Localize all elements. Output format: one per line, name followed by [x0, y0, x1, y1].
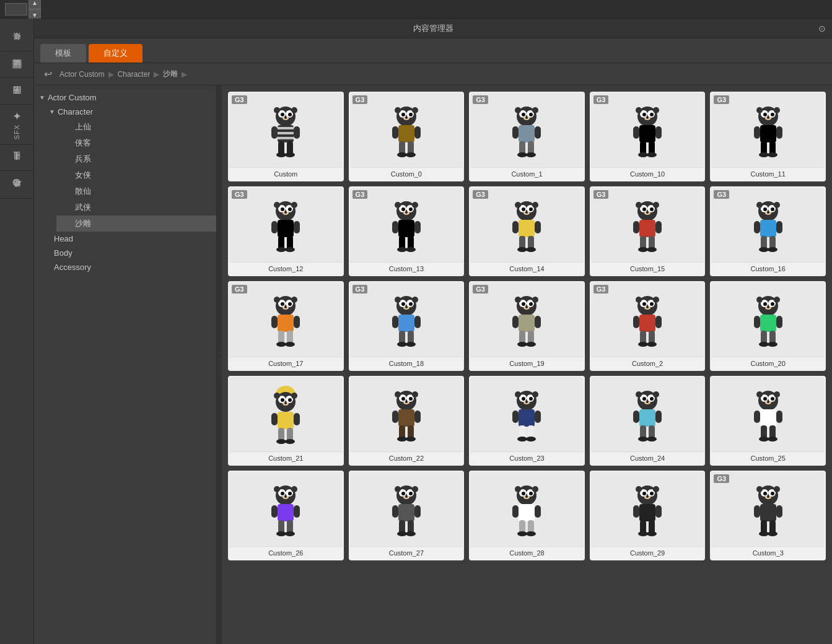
g3-badge: G3: [232, 95, 247, 104]
breadcrumb-sep-2: ▶: [154, 70, 159, 79]
svg-rect-318: [760, 409, 776, 427]
frame-input[interactable]: 1: [5, 3, 27, 15]
svg-point-347: [405, 495, 408, 498]
tab-template[interactable]: 模板: [40, 44, 86, 63]
tree-leaf-shangxian[interactable]: 上仙: [56, 119, 216, 135]
svg-point-70: [763, 113, 767, 116]
svg-rect-78: [776, 126, 782, 139]
svg-point-106: [395, 202, 401, 208]
grid-item[interactable]: Custom_28: [469, 471, 585, 560]
svg-point-345: [409, 492, 413, 495]
grid-item[interactable]: G3 Custom_11: [710, 92, 826, 181]
svg-point-54: [642, 113, 646, 116]
sidebar-item-animation[interactable]: ⟳ 弹性动作: [0, 171, 33, 199]
tree-leaf-xiake[interactable]: 侠客: [56, 135, 216, 151]
svg-rect-204: [519, 315, 535, 332]
grid-item[interactable]: Custom_26: [228, 471, 344, 560]
grid-item-label: Custom_0: [350, 167, 463, 180]
sidebar-label-animation: 弹性动作: [12, 191, 22, 193]
grid-item[interactable]: G3 Custom_12: [228, 186, 344, 276]
grid-item[interactable]: Custom_29: [590, 471, 706, 560]
svg-rect-92: [278, 220, 294, 237]
svg-point-372: [526, 531, 536, 536]
svg-point-252: [274, 393, 280, 399]
sidebar-item-scene[interactable]: ⊞ 场景: [0, 78, 33, 105]
grid-item-image: [711, 377, 825, 451]
tree-leaf-bingxi[interactable]: 兵系: [56, 151, 216, 167]
grid-item[interactable]: G3 Custom: [228, 92, 344, 181]
sidebar-item-caption[interactable]: T 题词: [0, 145, 33, 171]
grid-item-image: [229, 472, 343, 546]
grid-item[interactable]: G3 Custom_3: [710, 471, 826, 560]
grid-item[interactable]: G3 Custom_16: [710, 186, 826, 276]
breadcrumb-item-character[interactable]: Character: [118, 70, 151, 79]
grid-item-image: G3: [591, 282, 704, 357]
svg-point-299: [646, 401, 649, 403]
tree-item-character[interactable]: ▼ Character: [44, 105, 216, 119]
grid-item[interactable]: G3 Custom_17: [228, 281, 344, 371]
grid-item[interactable]: G3 Custom_10: [590, 92, 706, 181]
sidebar-item-sfx[interactable]: ✦ SFX: [0, 105, 33, 145]
spinner-up[interactable]: ▲: [28, 0, 41, 9]
breadcrumb-sep-3: ▶: [182, 70, 187, 79]
svg-point-253: [291, 393, 297, 399]
grid-item[interactable]: G3 Custom_15: [590, 186, 706, 276]
svg-rect-271: [392, 411, 398, 423]
svg-rect-270: [398, 409, 414, 427]
toggle-icon-char: ▼: [49, 108, 55, 115]
grid-item-label: Custom_25: [711, 451, 825, 464]
tree-leaf-shadiao[interactable]: 沙雕: [56, 215, 216, 232]
svg-point-225: [638, 342, 648, 347]
svg-point-186: [395, 297, 401, 303]
grid-item[interactable]: G3 Custom_2: [590, 281, 706, 371]
sidebar-label-sfx: SFX: [13, 124, 20, 139]
svg-rect-352: [414, 505, 421, 518]
tab-custom[interactable]: 自定义: [89, 44, 142, 63]
svg-rect-62: [655, 126, 662, 139]
svg-point-377: [650, 492, 654, 495]
scene-icon: ⊞: [12, 83, 22, 97]
grid-item-label: Custom_21: [229, 451, 343, 464]
grid-item-label: Custom_26: [229, 546, 343, 559]
grid-item[interactable]: G3 Custom_14: [469, 186, 585, 276]
grid-container: G3 CustomG3: [228, 92, 826, 560]
panel-close-button[interactable]: ⊙: [818, 24, 826, 33]
tree-item-actor-custom[interactable]: ▼ Actor Custom: [34, 90, 216, 105]
grid-item[interactable]: Custom_22: [349, 376, 465, 466]
grid-item[interactable]: G3 Custom_0: [349, 92, 465, 181]
grid-item[interactable]: Custom_27: [349, 471, 465, 560]
svg-point-329: [288, 492, 292, 495]
sidebar-item-filter[interactable]: ▦ 滤镜: [0, 51, 33, 78]
back-button[interactable]: ↩: [40, 67, 56, 81]
grid-item[interactable]: Custom_21: [228, 376, 344, 466]
svg-rect-336: [294, 505, 300, 518]
grid-item[interactable]: G3 Custom_18: [349, 281, 465, 371]
tree-section-accessory[interactable]: Accessory: [44, 260, 216, 274]
tree-label-actor-custom: Actor Custom: [48, 93, 97, 102]
tree-leaf-wuxia[interactable]: 武侠: [56, 199, 216, 215]
grid-item[interactable]: G3 Custom_19: [469, 281, 585, 371]
svg-rect-400: [776, 505, 782, 518]
svg-rect-11: [278, 132, 294, 134]
tree-section-body[interactable]: Body: [44, 246, 216, 260]
sidebar-item-collect[interactable]: ☆ 收藏: [0, 25, 33, 51]
svg-point-356: [406, 531, 416, 536]
grid-item[interactable]: Custom_23: [469, 376, 585, 466]
grid-item[interactable]: Custom_24: [590, 376, 706, 466]
grid-item[interactable]: Custom_20: [710, 281, 826, 371]
drag-handle[interactable]: · · · · ·: [217, 85, 222, 644]
svg-rect-28: [398, 125, 414, 142]
grid-item[interactable]: G3 Custom_1: [469, 92, 585, 181]
grid-item[interactable]: G3 Custom_13: [349, 186, 465, 276]
svg-point-296: [642, 397, 646, 401]
grid-item-image: G3: [229, 282, 343, 357]
grid-item[interactable]: Custom_25: [710, 376, 826, 466]
breadcrumb-item-actor[interactable]: Actor Custom: [59, 70, 105, 79]
svg-point-169: [284, 306, 287, 308]
tree-leaf-nuxia[interactable]: 女侠: [56, 167, 216, 183]
g3-badge: G3: [353, 95, 368, 104]
svg-rect-319: [754, 411, 760, 423]
tree-leaf-sanxian[interactable]: 散仙: [56, 183, 216, 199]
grid-item-image: G3: [711, 93, 825, 167]
tree-section-head[interactable]: Head: [44, 232, 216, 246]
